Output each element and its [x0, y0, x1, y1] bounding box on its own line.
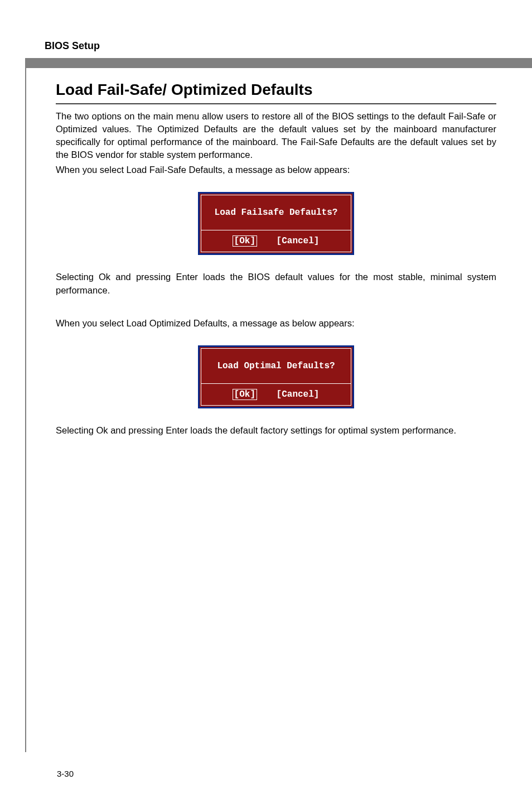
- failsafe-cancel-button[interactable]: [Cancel]: [277, 236, 320, 246]
- optimal-dialog-question: Load Optimal Defaults?: [201, 349, 351, 384]
- paragraph-intro: The two options on the main menu allow u…: [56, 110, 496, 161]
- failsafe-dialog-inner: Load Failsafe Defaults? [Ok] [Cancel]: [201, 195, 351, 252]
- failsafe-ok-button[interactable]: [Ok]: [233, 236, 257, 246]
- failsafe-dialog-buttons: [Ok] [Cancel]: [201, 230, 351, 252]
- optimal-dialog: Load Optimal Defaults? [Ok] [Cancel]: [198, 345, 354, 408]
- paragraph-optimized-lead: When you select Load Optimized Defaults,…: [56, 317, 496, 330]
- main-content: Load Fail-Safe/ Optimized Defaults The t…: [56, 81, 496, 439]
- paragraph-optimized-result: Selecting Ok and pressing Enter loads th…: [56, 424, 496, 437]
- failsafe-dialog-question: Load Failsafe Defaults?: [201, 195, 351, 230]
- optimal-cancel-button[interactable]: [Cancel]: [277, 389, 320, 399]
- paragraph-failsafe-lead: When you select Load Fail-Safe Defaults,…: [56, 163, 496, 176]
- optimal-dialog-buttons: [Ok] [Cancel]: [201, 384, 351, 405]
- page-number: 3-30: [57, 769, 74, 778]
- failsafe-dialog: Load Failsafe Defaults? [Ok] [Cancel]: [198, 192, 354, 255]
- optimal-dialog-inner: Load Optimal Defaults? [Ok] [Cancel]: [201, 348, 351, 406]
- content-frame-left-rule: [25, 58, 26, 752]
- header-divider: [25, 58, 532, 68]
- optimal-ok-button[interactable]: [Ok]: [233, 389, 257, 399]
- paragraph-failsafe-result: Selecting Ok and pressing Enter loads th…: [56, 271, 496, 296]
- page-header-title: BIOS Setup: [45, 40, 100, 52]
- section-heading: Load Fail-Safe/ Optimized Defaults: [56, 81, 496, 104]
